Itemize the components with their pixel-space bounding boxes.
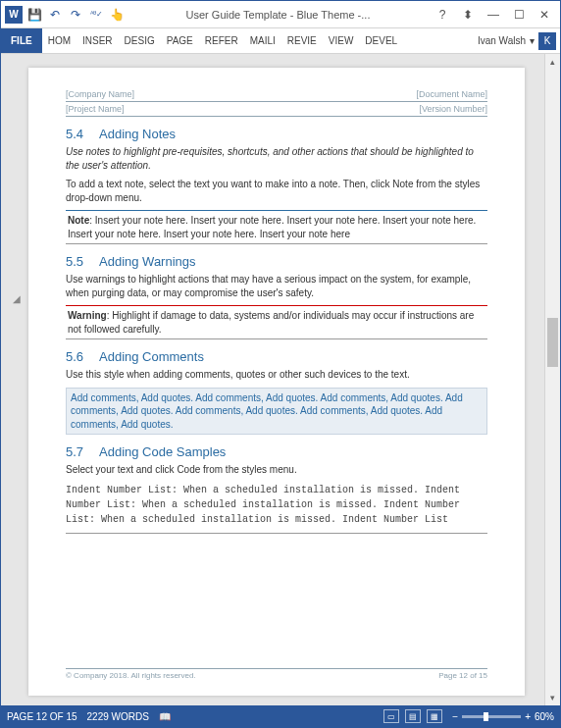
intro-5-4: Use notes to highlight pre-requisites, s… xyxy=(66,145,487,172)
user-name: Ivan Walsh xyxy=(478,35,526,46)
read-mode-icon[interactable]: ▭ xyxy=(383,709,399,723)
zoom-control: − + 60% xyxy=(452,711,554,722)
scroll-down-icon[interactable]: ▾ xyxy=(545,690,560,705)
tab-review[interactable]: REVIE xyxy=(281,28,323,53)
titlebar: W 💾 ↶ ↷ ᴬᴮ✓ 👆 User Guide Template - Blue… xyxy=(1,1,560,28)
window-controls: ? ⬍ — ☐ ✕ xyxy=(431,5,556,25)
page-header-row2: [Project Name] [Version Number] xyxy=(66,104,487,117)
tab-references[interactable]: REFER xyxy=(199,28,244,53)
file-tab[interactable]: FILE xyxy=(1,28,42,53)
page-header-row1: [Company Name] [Document Name] xyxy=(66,89,487,102)
tab-home[interactable]: HOM xyxy=(42,28,76,53)
quick-access-toolbar: W 💾 ↶ ↷ ᴬᴮ✓ 👆 xyxy=(5,6,126,24)
document-workspace: ◢ [Company Name] [Document Name] [Projec… xyxy=(1,54,560,705)
zoom-in-icon[interactable]: + xyxy=(525,711,531,722)
warning-box: Warning: Highlight if damage to data, sy… xyxy=(66,305,487,339)
document-page: [Company Name] [Document Name] [Project … xyxy=(28,68,525,696)
user-badge: K xyxy=(538,32,556,50)
footer-copyright: © Company 2018. All rights reserved. xyxy=(66,671,196,680)
body-5-7: Select your text and click Code from the… xyxy=(66,463,487,477)
tab-page[interactable]: PAGE xyxy=(161,28,199,53)
status-words[interactable]: 2229 WORDS xyxy=(87,711,149,722)
header-project: [Project Name] xyxy=(66,104,125,114)
window-title: User Guide Template - Blue Theme -... xyxy=(126,9,431,21)
note-box: Note: Insert your note here. Insert your… xyxy=(66,210,487,244)
page-footer: © Company 2018. All rights reserved. Pag… xyxy=(66,668,487,680)
tab-developer[interactable]: DEVEL xyxy=(359,28,403,53)
header-company: [Company Name] xyxy=(66,89,134,99)
user-account[interactable]: Ivan Walsh▾ K xyxy=(474,32,560,50)
zoom-level[interactable]: 60% xyxy=(535,711,554,722)
ribbon-options-icon[interactable]: ⬍ xyxy=(456,5,480,25)
page-scroll-area[interactable]: [Company Name] [Document Name] [Project … xyxy=(1,54,544,705)
redo-icon[interactable]: ↷ xyxy=(67,6,84,24)
comment-box: Add comments, Add quotes. Add comments, … xyxy=(66,388,487,436)
touch-mode-icon[interactable]: 👆 xyxy=(108,6,126,24)
body-5-5: Use warnings to highlight actions that m… xyxy=(66,273,487,299)
heading-5-7: 5.7Adding Code Samples xyxy=(66,444,487,459)
scroll-thumb[interactable] xyxy=(547,318,558,367)
body-5-6: Use this style when adding comments, quo… xyxy=(66,368,487,382)
footer-page-number: Page 12 of 15 xyxy=(438,671,487,680)
heading-5-6: 5.6Adding Comments xyxy=(66,349,487,364)
zoom-out-icon[interactable]: − xyxy=(452,711,458,722)
scroll-up-icon[interactable]: ▴ xyxy=(545,54,560,70)
minimize-icon[interactable]: — xyxy=(482,5,505,25)
zoom-slider[interactable] xyxy=(462,715,521,718)
save-icon[interactable]: 💾 xyxy=(26,6,43,24)
print-layout-icon[interactable]: ▤ xyxy=(405,709,421,723)
close-icon[interactable]: ✕ xyxy=(533,5,556,25)
tab-insert[interactable]: INSER xyxy=(76,28,119,53)
tab-mailings[interactable]: MAILI xyxy=(244,28,281,53)
vertical-scrollbar[interactable]: ▴ ▾ xyxy=(544,54,560,705)
body-5-4: To add a text note, select the text you … xyxy=(66,178,487,204)
header-docname: [Document Name] xyxy=(416,89,487,99)
proofing-icon[interactable]: 📖 xyxy=(159,711,171,722)
status-page[interactable]: PAGE 12 OF 15 xyxy=(7,711,77,722)
web-layout-icon[interactable]: ▦ xyxy=(427,709,442,723)
maximize-icon[interactable]: ☐ xyxy=(507,5,531,25)
zoom-thumb[interactable] xyxy=(484,712,488,721)
chevron-down-icon: ▾ xyxy=(530,35,535,46)
code-box: Indent Number List: When a scheduled ins… xyxy=(66,483,487,534)
tab-design[interactable]: DESIG xyxy=(119,28,161,53)
header-version: [Version Number] xyxy=(419,104,487,114)
statusbar: PAGE 12 OF 15 2229 WORDS 📖 ▭ ▤ ▦ − + 60% xyxy=(1,705,560,727)
scroll-track[interactable] xyxy=(545,70,560,690)
view-buttons: ▭ ▤ ▦ xyxy=(383,709,442,723)
ribbon-tabs: FILE HOM INSER DESIG PAGE REFER MAILI RE… xyxy=(1,28,560,54)
spellcheck-icon[interactable]: ᴬᴮ✓ xyxy=(87,6,105,24)
heading-5-4: 5.4Adding Notes xyxy=(66,127,487,141)
word-icon[interactable]: W xyxy=(5,6,23,24)
undo-icon[interactable]: ↶ xyxy=(46,6,64,24)
help-icon[interactable]: ? xyxy=(431,5,454,25)
heading-5-5: 5.5Adding Warnings xyxy=(66,254,487,269)
paragraph-mark-icon: ◢ xyxy=(13,293,21,304)
tab-view[interactable]: VIEW xyxy=(323,28,360,53)
